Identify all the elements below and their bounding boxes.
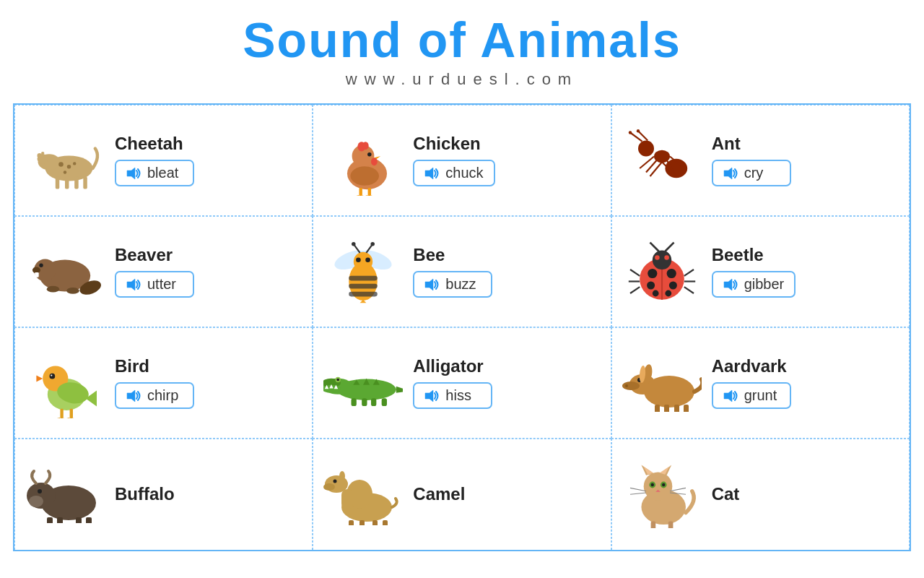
svg-marker-86 [724,279,732,290]
svg-rect-147 [359,520,365,525]
svg-point-19 [371,158,378,165]
svg-line-79 [665,243,674,251]
svg-rect-136 [57,517,63,523]
animal-info-buffalo: Buffalo [115,484,302,504]
animal-info-bird: Bird chirp [115,356,302,409]
svg-point-151 [643,472,672,501]
animal-name: Cheetah [115,134,183,154]
animal-info-aardvark: Aardvark grunt [712,356,899,409]
svg-point-17 [362,142,369,150]
animal-cell-cheetah: Cheetah bleat [14,105,313,216]
svg-point-6 [67,165,71,169]
sound-badge[interactable]: gibber [712,271,796,298]
svg-point-144 [334,479,337,483]
svg-point-76 [655,255,660,260]
sound-badge[interactable]: buzz [413,271,492,298]
animal-info-beaver: Beaver utter [115,245,302,298]
animals-grid: Cheetah bleat Chicken chuck [13,103,911,551]
svg-rect-22 [359,188,362,196]
svg-rect-56 [349,284,378,289]
svg-marker-100 [127,390,135,402]
animal-cell-aardvark: Aardvark grunt [611,327,910,439]
sound-badge[interactable]: bleat [115,160,194,186]
sound-badge[interactable]: chirp [115,382,194,409]
svg-point-110 [337,378,340,381]
speaker-icon [723,389,739,402]
svg-point-134 [38,489,42,493]
svg-point-58 [354,252,372,271]
animal-info-cat: Cat [712,484,899,504]
svg-rect-166 [668,521,673,528]
svg-point-35 [636,129,639,132]
svg-point-5 [58,162,64,167]
animal-name: Bee [413,245,445,265]
animal-name: Cat [712,484,740,504]
svg-point-159 [662,483,665,486]
animal-cell-buffalo: Buffalo [14,439,313,550]
sound-text: bleat [147,165,178,181]
animal-name: Buffalo [115,484,175,504]
svg-marker-102 [396,386,403,392]
page-header: Sound of Animals www.urduesl.com [0,0,924,103]
animal-cell-ant: Ant cry [611,105,910,216]
svg-rect-116 [371,398,376,406]
sound-text: grunt [744,387,777,404]
animal-cell-bee: Bee buzz [313,216,611,327]
animal-name: Bird [115,356,149,376]
svg-point-70 [666,269,676,278]
animal-cell-beaver: Beaver utter [14,216,313,327]
svg-rect-55 [349,276,378,281]
animal-name: Chicken [413,134,480,154]
svg-point-143 [323,483,335,491]
svg-point-3 [38,153,43,158]
svg-point-69 [648,269,657,278]
svg-point-20 [367,152,372,157]
animal-name: Camel [413,484,465,504]
svg-point-90 [50,374,56,379]
speaker-icon [126,278,142,291]
speaker-icon [126,389,142,402]
sound-badge[interactable]: hiss [413,382,492,409]
sound-text: chuck [445,165,483,181]
animal-info-bee: Bee buzz [413,245,600,298]
animal-info-ant: Ant cry [712,134,899,186]
svg-rect-12 [83,176,87,189]
svg-marker-13 [127,168,135,179]
sound-badge[interactable]: chuck [413,160,494,186]
animal-cell-beetle: Beetle gibber [611,216,910,327]
svg-rect-126 [655,405,660,412]
speaker-icon [723,167,739,180]
animal-image-chicken [323,124,403,196]
animal-image-cheetah [25,129,105,192]
sound-badge[interactable]: utter [115,271,194,298]
animal-image-cat [622,461,702,529]
svg-marker-130 [724,390,732,402]
svg-rect-11 [74,176,79,189]
sound-badge[interactable]: cry [712,160,791,186]
sound-badge[interactable]: grunt [712,382,791,409]
speaker-icon [424,278,440,291]
svg-marker-66 [425,279,433,290]
svg-rect-137 [76,517,82,523]
svg-point-157 [650,483,653,486]
svg-marker-118 [425,390,433,402]
animal-name: Aardvark [712,356,787,376]
animal-name: Beetle [712,245,764,265]
svg-rect-94 [60,409,63,418]
speaker-icon [126,167,142,180]
svg-point-75 [652,251,671,269]
svg-rect-47 [35,272,39,277]
svg-line-37 [650,162,662,176]
svg-marker-89 [36,376,43,382]
svg-marker-51 [127,279,135,290]
svg-point-122 [625,384,628,387]
animal-image-alligator [323,360,403,406]
svg-line-78 [650,243,658,251]
animal-image-bird [25,347,105,418]
animal-cell-cat: Cat [611,439,910,550]
svg-point-59 [356,258,361,263]
animal-name: Beaver [115,245,173,265]
svg-point-133 [29,496,43,507]
animal-cell-chicken: Chicken chuck [313,105,611,216]
svg-rect-127 [664,405,669,412]
